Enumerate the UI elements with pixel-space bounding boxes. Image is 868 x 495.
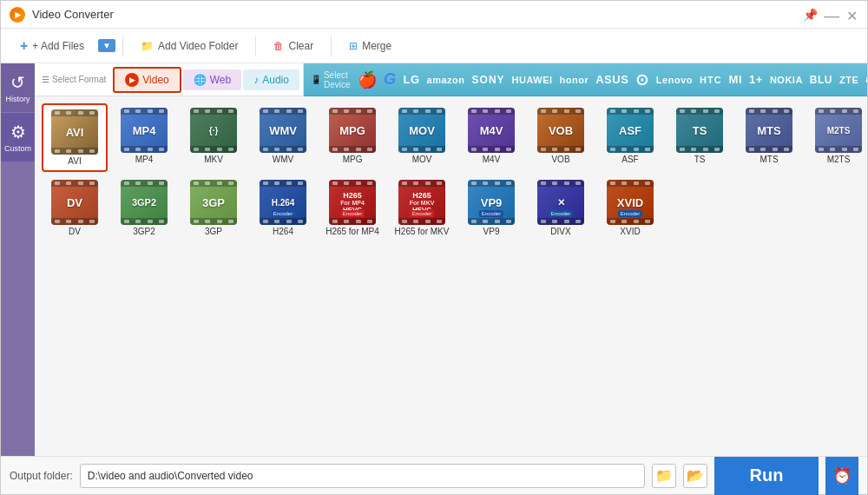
brand-lenovo[interactable]: Lenovo — [656, 75, 693, 85]
brand-mi[interactable]: MI — [729, 73, 742, 86]
format-mp4[interactable]: MP4 MP4 — [111, 103, 177, 172]
format-mpg[interactable]: MPG MPG — [319, 103, 385, 172]
format-asf[interactable]: ASF ASF — [597, 103, 663, 172]
open-folder-button[interactable]: 📂 — [683, 464, 707, 488]
add-folder-button[interactable]: 📁 Add Video Folder — [130, 36, 249, 56]
m2ts-label: M2TS — [827, 155, 851, 164]
custom-label: Custom — [4, 144, 31, 153]
brand-htc[interactable]: HTC — [700, 75, 722, 85]
video-tab-icon: ▶ — [125, 73, 139, 87]
nav-custom[interactable]: ⚙ Custom — [1, 113, 35, 162]
add-folder-label: Add Video Folder — [158, 40, 239, 52]
tab-audio[interactable]: ♪ Audio — [243, 69, 299, 90]
format-mts[interactable]: MTS MTS — [736, 103, 802, 172]
format-m4v[interactable]: M4V M4V — [458, 103, 524, 172]
vp9-icon: VP9 Encoder — [468, 180, 515, 225]
dv-icon: DV — [51, 180, 98, 225]
add-files-button[interactable]: + + Add Files — [10, 34, 95, 58]
devices-strip: 📱 Select Device 🍎 G LG amazon SONY HUAWE… — [304, 63, 867, 96]
dropdown-arrow-1[interactable]: ▼ — [98, 39, 115, 52]
web-tab-icon: 🌐 — [194, 74, 207, 86]
format-3gp2[interactable]: 3GP2 3GP2 — [111, 175, 177, 241]
ts-label: TS — [694, 155, 706, 164]
xvid-icon: XVID Encoder — [607, 180, 654, 225]
format-m2ts[interactable]: M2TS M2TS — [806, 103, 867, 172]
select-device-label: 📱 Select Device — [311, 70, 351, 89]
audio-tab-icon: ♪ — [253, 74, 259, 86]
mpg-label: MPG — [343, 155, 363, 164]
brand-nokia[interactable]: NOKIA — [770, 75, 803, 85]
format-h265mp4[interactable]: H265 For MP4 HEVC Encoder H265 for MP4 — [319, 175, 385, 241]
brand-honor[interactable]: honor — [560, 75, 589, 85]
divider-3 — [331, 36, 332, 56]
brand-asus[interactable]: ASUS — [595, 73, 628, 86]
h265mkv-label: H265 for MKV — [395, 227, 450, 236]
brand-google[interactable]: G — [384, 70, 397, 89]
run-button[interactable]: Run — [714, 457, 819, 495]
brand-alcatel[interactable]: alcatel — [865, 75, 867, 84]
format-avi[interactable]: AVI AVI — [42, 103, 108, 172]
tab-video[interactable]: ▶ Video — [113, 67, 181, 93]
mts-icon: MTS — [746, 108, 792, 153]
divx-icon: ✕ Encoder — [537, 180, 584, 225]
brand-sony[interactable]: SONY — [472, 74, 505, 86]
format-vp9[interactable]: VP9 Encoder VP9 — [458, 175, 524, 241]
format-mkv[interactable]: {·} MKV — [181, 103, 247, 172]
open-folder-icon: 📂 — [687, 467, 704, 484]
asf-label: ASF — [621, 155, 638, 164]
mp4-label: MP4 — [135, 155, 154, 164]
brand-motorola[interactable]: ⊙ — [635, 70, 649, 89]
format-divx[interactable]: ✕ Encoder DIVX — [528, 175, 594, 241]
merge-label: Merge — [362, 40, 391, 52]
merge-button[interactable]: ⊞ Merge — [339, 36, 402, 56]
format-dv[interactable]: DV DV — [42, 175, 108, 241]
format-mov[interactable]: MOV MOV — [389, 103, 455, 172]
left-nav: ↺ History ⚙ Custom — [1, 63, 35, 456]
format-wmv[interactable]: WMV WMV — [250, 103, 316, 172]
divider-1 — [122, 36, 123, 56]
m2ts-icon: M2TS — [815, 108, 862, 153]
alarm-icon: ⏰ — [832, 466, 852, 485]
h265mp4-label: H265 for MP4 — [326, 227, 379, 236]
brand-huawei[interactable]: HUAWEI — [512, 75, 553, 85]
clear-button[interactable]: 🗑 Clear — [263, 36, 324, 56]
format-h264[interactable]: H.264 Encoder H264 — [250, 175, 316, 241]
formats-grid: AVI AVI MP4 M — [35, 96, 867, 456]
3gp2-icon: 3GP2 — [121, 180, 168, 225]
output-path-input[interactable] — [80, 464, 645, 488]
h264-label: H264 — [273, 227, 293, 236]
brand-zte[interactable]: ZTE — [839, 75, 858, 85]
output-folder-label: Output folder: — [10, 470, 73, 482]
mkv-label: MKV — [204, 155, 223, 164]
avi-label: AVI — [68, 156, 81, 166]
minimize-button[interactable]: — — [824, 8, 838, 22]
format-ts[interactable]: TS TS — [667, 103, 733, 172]
folder-icon: 📁 — [141, 40, 154, 52]
h265mp4-icon: H265 For MP4 HEVC Encoder — [329, 180, 376, 225]
m4v-icon: M4V — [468, 108, 515, 153]
mts-label: MTS — [760, 155, 778, 164]
format-h265mkv[interactable]: H265 For MKV HEVC Encoder H265 for MKV — [389, 175, 455, 241]
mpg-icon: MPG — [329, 108, 376, 153]
format-xvid[interactable]: XVID Encoder XVID — [597, 175, 663, 241]
divx-label: DIVX — [550, 227, 570, 236]
browse-folder-button[interactable]: 📁 — [652, 464, 676, 488]
brand-amazon[interactable]: amazon — [427, 75, 465, 85]
window-controls: 📌 — ✕ — [803, 8, 858, 22]
web-tab-label: Web — [210, 74, 231, 86]
nav-history[interactable]: ↺ History — [1, 63, 35, 113]
brand-lg[interactable]: LG — [404, 73, 420, 86]
pin-button[interactable]: 📌 — [803, 8, 817, 22]
brand-blu[interactable]: BLU — [810, 74, 832, 86]
clear-label: Clear — [288, 40, 313, 52]
add-files-label: + Add Files — [32, 40, 84, 52]
tab-web[interactable]: 🌐 Web — [183, 69, 241, 90]
h264-icon: H.264 Encoder — [260, 180, 306, 225]
close-button[interactable]: ✕ — [845, 8, 858, 22]
brand-oneplus[interactable]: 1+ — [749, 73, 763, 86]
format-vob[interactable]: VOB VOB — [528, 103, 594, 172]
brand-apple[interactable]: 🍎 — [358, 70, 378, 89]
bottom-bar: Output folder: 📁 📂 Run ⏰ — [1, 456, 867, 494]
format-3gp[interactable]: 3GP 3GP — [181, 175, 247, 241]
alarm-button[interactable]: ⏰ — [825, 457, 858, 495]
